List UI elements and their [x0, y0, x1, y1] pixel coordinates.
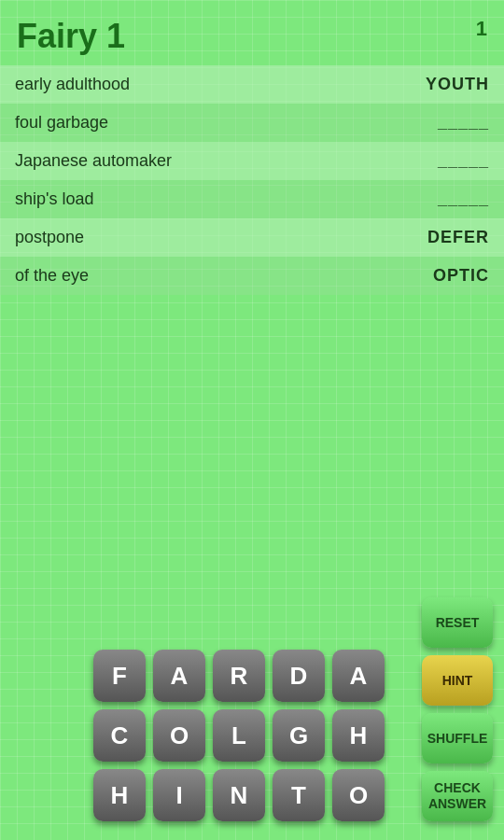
- table-row[interactable]: postponeDEFER: [0, 218, 504, 257]
- clue-cell: early adulthood: [0, 65, 336, 104]
- clue-cell: foul garbage: [0, 104, 336, 142]
- answer-cell: OPTIC: [336, 257, 504, 295]
- clue-cell: of the eye: [0, 257, 336, 295]
- table-row[interactable]: foul garbage_____: [0, 104, 504, 142]
- clue-cell: Japanese automaker: [0, 142, 336, 180]
- answer-cell: _____: [336, 104, 504, 142]
- key-button[interactable]: N: [213, 769, 265, 821]
- table-row[interactable]: Japanese automaker_____: [0, 142, 504, 180]
- table-row[interactable]: early adulthoodYOUTH: [0, 65, 504, 104]
- clues-table: early adulthoodYOUTHfoul garbage_____Jap…: [0, 65, 504, 295]
- key-button[interactable]: O: [332, 769, 385, 821]
- table-row[interactable]: ship's load_____: [0, 180, 504, 218]
- clue-cell: ship's load: [0, 180, 336, 218]
- key-button[interactable]: I: [153, 769, 205, 821]
- answer-cell: _____: [336, 142, 504, 180]
- key-button[interactable]: H: [332, 709, 385, 762]
- key-button[interactable]: T: [273, 769, 325, 821]
- answer-cell: _____: [336, 180, 504, 218]
- title: Fairy 1: [0, 0, 504, 56]
- key-button[interactable]: C: [93, 709, 146, 762]
- hint-button[interactable]: HINT: [422, 655, 493, 706]
- key-button[interactable]: L: [213, 709, 265, 762]
- shuffle-button[interactable]: SHUFFLE: [422, 713, 493, 763]
- key-button[interactable]: F: [93, 650, 146, 702]
- key-button[interactable]: G: [273, 709, 325, 762]
- keyboard-area: FARDACOLGHHINTO: [93, 650, 385, 821]
- key-button[interactable]: D: [273, 650, 325, 702]
- score: 1: [476, 17, 487, 41]
- table-row[interactable]: of the eyeOPTIC: [0, 257, 504, 295]
- key-button[interactable]: A: [153, 650, 205, 702]
- key-button[interactable]: O: [153, 709, 205, 762]
- check-answer-button[interactable]: CHECK ANSWER: [422, 771, 493, 821]
- answer-cell: YOUTH: [336, 65, 504, 104]
- key-button[interactable]: A: [332, 650, 385, 702]
- answer-cell: DEFER: [336, 218, 504, 257]
- key-button[interactable]: R: [213, 650, 265, 702]
- clue-cell: postpone: [0, 218, 336, 257]
- side-buttons: RESET HINT SHUFFLE CHECK ANSWER: [422, 597, 493, 821]
- key-button[interactable]: H: [93, 769, 146, 821]
- reset-button[interactable]: RESET: [422, 597, 493, 648]
